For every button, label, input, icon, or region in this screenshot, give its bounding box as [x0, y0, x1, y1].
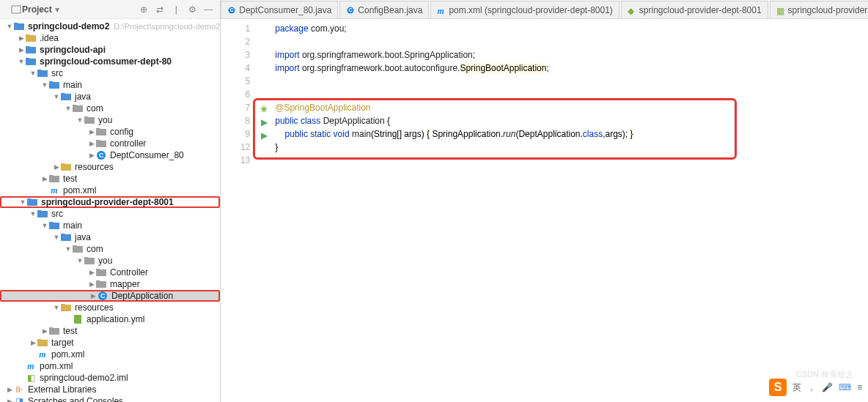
idea-label: .idea: [40, 33, 59, 43]
package-icon: [95, 127, 107, 137]
code-area[interactable]: 123456 7❀ 8▶ 9▶ 1213 package com.you; im…: [221, 19, 868, 402]
tab-configbean[interactable]: CConfigBean.java: [339, 1, 429, 18]
ime-lang[interactable]: 英: [792, 381, 801, 394]
ime-mic-icon[interactable]: 🎤: [822, 382, 833, 392]
tree-root[interactable]: ▼ springcloud-demo2 D:\Project\springclo…: [0, 21, 220, 32]
line-gutter: 123456 7❀ 8▶ 9▶ 1213: [221, 19, 257, 402]
class-icon: C: [95, 150, 107, 160]
project-icon: [10, 4, 22, 15]
folder-icon: [37, 68, 48, 78]
svg-text:C: C: [99, 152, 104, 159]
deptapp-label: DeptApplication: [111, 291, 173, 301]
tree-row[interactable]: ▼main: [0, 79, 220, 91]
code-content[interactable]: package com.you; import org.springframew…: [257, 19, 868, 402]
api-label: springcloud-api: [40, 45, 106, 55]
tree-row[interactable]: ▶Controller: [0, 267, 220, 278]
tree-row[interactable]: ▶test: [0, 325, 220, 337]
svg-rect-5: [74, 315, 81, 324]
package-icon: [72, 244, 84, 254]
chevron-down-icon[interactable]: ▼: [18, 58, 25, 65]
tree-row[interactable]: ▶test: [0, 173, 220, 185]
tree-row[interactable]: ▼main: [0, 220, 220, 231]
svg-text:C: C: [100, 292, 106, 299]
tree-row[interactable]: ▶config: [0, 126, 220, 138]
module-icon: ◆: [628, 6, 636, 15]
extlib-label: External Libraries: [28, 384, 96, 395]
tree-row[interactable]: ▶resources: [0, 161, 220, 173]
tree-label: pom.xml: [40, 361, 73, 371]
tree-api[interactable]: ▶ springcloud-api: [0, 44, 220, 56]
tree-extlib[interactable]: ▶⊪External Libraries: [0, 384, 220, 395]
maven-icon: m: [437, 6, 446, 15]
tree-label: resources: [75, 302, 114, 313]
tab-pom[interactable]: mpom.xml (springcloud-provider-dept-8001…: [430, 1, 619, 18]
resources-icon: [60, 302, 72, 313]
tab-yml[interactable]: ▦springcloud-provider-dept-8001\...\appl…: [770, 1, 868, 18]
editor-tabs: CDeptConsumer_80.java CConfigBean.java m…: [221, 0, 868, 19]
tab-deptconsumer[interactable]: CDeptConsumer_80.java: [221, 1, 338, 18]
tree-label: config: [110, 127, 133, 137]
tree-row[interactable]: ▶CDeptConsumer_80: [0, 149, 220, 161]
tree-row[interactable]: ▶mapper: [0, 278, 220, 290]
tree-label: you: [98, 256, 112, 266]
tree-row[interactable]: mpom.xml: [0, 349, 220, 360]
project-sidebar: Project ▾ ⊕ ⇄ | ⚙ — ▼ springcloud-demo2 …: [0, 0, 221, 402]
class-icon: C: [227, 6, 236, 15]
tree-label: pom.xml: [51, 349, 84, 360]
tree-scratches[interactable]: ▶◨Scratches and Consoles: [0, 395, 220, 402]
folder-icon: [25, 33, 37, 43]
tree-label: java: [75, 232, 91, 242]
tree-label: you: [98, 115, 112, 125]
tree-row[interactable]: ▼java: [0, 91, 220, 103]
tree-row[interactable]: mpom.xml: [0, 185, 220, 196]
tree-row[interactable]: ▼you: [0, 255, 220, 267]
chevron-right-icon[interactable]: ▶: [18, 46, 25, 53]
tree-row[interactable]: ▼you: [0, 114, 220, 126]
tree-label: java: [75, 92, 91, 102]
maven-icon: m: [48, 185, 60, 196]
sidebar-title[interactable]: Project: [22, 4, 52, 15]
tree-row[interactable]: ▼src: [0, 67, 220, 79]
tree-row[interactable]: ▶controller: [0, 138, 220, 149]
yml-icon: ▦: [776, 6, 785, 15]
module-icon: [26, 197, 38, 207]
ime-keyboard-icon[interactable]: ⌨: [839, 382, 851, 392]
svg-text:C: C: [230, 7, 234, 12]
tree-label: main: [63, 220, 82, 231]
dropdown-icon[interactable]: ▾: [55, 4, 59, 15]
tab-label: springcloud-provider-dept-8001\...\appli…: [788, 5, 868, 15]
package-icon: [95, 279, 107, 289]
folder-icon: [48, 326, 60, 336]
ime-menu-icon[interactable]: ≡: [857, 382, 862, 392]
tab-module[interactable]: ◆springcloud-provider-dept-8001: [621, 1, 768, 18]
chevron-right-icon[interactable]: ▶: [18, 34, 25, 42]
tree-provider[interactable]: ▼ springcloud-provider-dept-8001: [0, 196, 220, 208]
chevron-down-icon[interactable]: ▼: [6, 23, 13, 30]
tree-row[interactable]: ▼com: [0, 243, 220, 255]
chevron-down-icon[interactable]: ▼: [19, 198, 26, 206]
tree-row[interactable]: ▼src: [0, 208, 220, 220]
tree-row[interactable]: ▼com: [0, 103, 220, 114]
folder-icon: [37, 338, 48, 348]
folder-icon: [37, 209, 48, 219]
tree-consumer[interactable]: ▼ springcloud-comsumer-dept-80: [0, 56, 220, 67]
tree-deptapp[interactable]: ▶CDeptApplication: [0, 290, 220, 302]
target-icon[interactable]: ⊕: [138, 4, 150, 15]
scratches-icon: ◨: [13, 396, 25, 402]
collapse-icon[interactable]: ⇄: [154, 4, 166, 15]
gear-icon[interactable]: ⚙: [186, 4, 198, 15]
tree-label: controller: [110, 138, 146, 149]
tree-label: com: [87, 103, 103, 113]
tree-row[interactable]: ▼resources: [0, 302, 220, 313]
tree-idea[interactable]: ▶ .idea: [0, 32, 220, 44]
hide-icon[interactable]: —: [202, 4, 214, 15]
sogou-icon[interactable]: S: [769, 379, 787, 396]
tree-label: application.yml: [87, 314, 144, 324]
ime-punct-icon[interactable]: ，: [807, 381, 816, 394]
tree-row[interactable]: ▼java: [0, 231, 220, 243]
tree-row[interactable]: ▶target: [0, 337, 220, 349]
tree-row[interactable]: application.yml: [0, 313, 220, 325]
tree-row[interactable]: mpom.xml: [0, 360, 220, 372]
class-icon: C: [346, 6, 355, 15]
tree-row[interactable]: ◧springcloud-demo2.iml: [0, 372, 220, 384]
